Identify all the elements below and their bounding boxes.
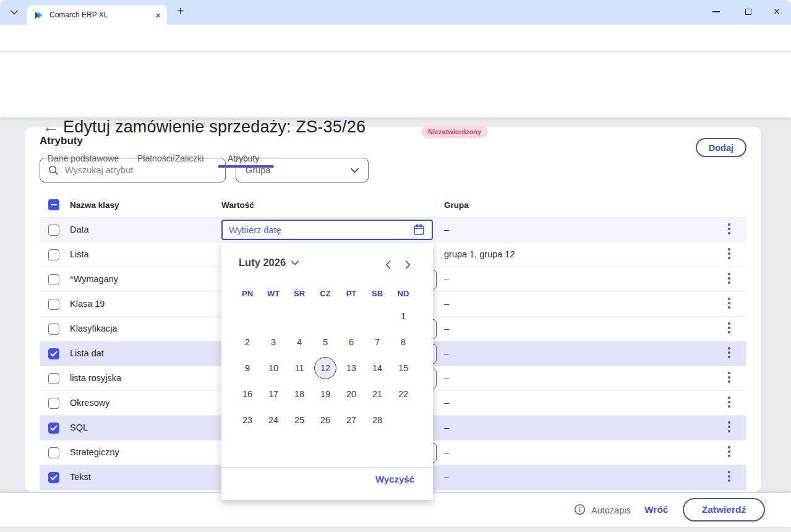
row-menu-icon[interactable] [724, 397, 734, 408]
calendar-week: 16 17 18 19 20 21 22 [234, 383, 416, 405]
calendar-day[interactable]: 23 [234, 409, 260, 431]
row-menu-icon[interactable] [724, 446, 734, 457]
calendar-day[interactable]: 8 [390, 331, 416, 353]
row-checkbox[interactable] [48, 324, 59, 335]
select-all-checkbox[interactable] [48, 199, 59, 210]
calendar-day[interactable]: 16 [234, 383, 260, 405]
row-menu-icon[interactable] [724, 471, 734, 482]
weekday-header: PN WT ŚR CZ PT SB ND [234, 289, 416, 298]
column-header-value: Wartość [221, 200, 254, 210]
row-menu-icon[interactable] [724, 347, 734, 358]
calendar-day[interactable]: 17 [260, 383, 286, 405]
calendar-day[interactable]: 1 [390, 305, 416, 327]
calendar-week: 2 3 4 5 6 7 8 [234, 331, 416, 353]
calendar-day[interactable]: 20 [338, 383, 364, 405]
calendar-day[interactable]: 10 [260, 357, 286, 379]
row-checkbox[interactable] [48, 348, 59, 359]
browser-toolbar: ← → localhost:8000/orders/orders-form/ed… [0, 25, 791, 52]
month-year-selector[interactable]: Luty 2026 [239, 257, 299, 268]
status-badge: Niezatwierdzony [421, 126, 488, 138]
calendar-day[interactable]: 19 [312, 383, 338, 405]
row-checkbox[interactable] [48, 225, 59, 236]
tab-atrybuty[interactable]: Atrybuty [228, 153, 259, 163]
popup-divider [221, 467, 433, 468]
column-header-name: Nazwa klasy [70, 200, 119, 210]
calendar-day[interactable]: 25 [286, 409, 312, 431]
calendar-day[interactable]: 11 [286, 357, 312, 379]
calendar-day[interactable]: 3 [260, 331, 286, 353]
page-back-icon[interactable]: ← [42, 118, 59, 137]
browser-tabstrip: Comarch ERP XL × + × [0, 0, 791, 25]
calendar-day[interactable]: 22 [390, 383, 416, 405]
table-row[interactable]: Data – [40, 218, 746, 242]
calendar-day-today[interactable]: 12 [314, 357, 336, 379]
calendar-day[interactable]: 6 [338, 331, 364, 353]
calendar-day[interactable]: 5 [312, 331, 338, 353]
maximize-button[interactable] [737, 0, 759, 24]
row-menu-icon[interactable] [724, 223, 734, 234]
row-menu-icon[interactable] [724, 322, 734, 333]
info-icon[interactable] [574, 504, 586, 515]
calendar-day[interactable]: 18 [286, 383, 312, 405]
page-title: Edytuj zamówienie sprzedaży: ZS-35/26 [63, 118, 366, 137]
row-checkbox[interactable] [48, 447, 59, 458]
clear-date-button[interactable]: Wyczyść [375, 474, 414, 484]
column-header-group: Grupa [444, 200, 469, 210]
chevron-down-icon [291, 260, 299, 265]
previous-month-icon[interactable] [380, 257, 395, 272]
row-menu-icon[interactable] [724, 298, 734, 309]
row-checkbox[interactable] [48, 472, 59, 483]
calendar-week: 1 [234, 305, 416, 327]
submit-button[interactable]: Zatwierdź [683, 498, 765, 521]
active-tab-underline [218, 165, 274, 168]
tab-title: Comarch ERP XL [49, 11, 155, 19]
calendar-day[interactable]: 21 [364, 383, 390, 405]
calendar-icon[interactable] [413, 223, 425, 236]
row-checkbox[interactable] [48, 249, 59, 260]
page-header: ← Edytuj zamówienie sprzedaży: ZS-35/26 … [0, 52, 791, 118]
add-button[interactable]: Dodaj [696, 138, 746, 157]
calendar-day[interactable]: 14 [364, 357, 390, 379]
row-checkbox[interactable] [48, 299, 59, 310]
next-month-icon[interactable] [400, 257, 415, 272]
close-window-button[interactable]: × [766, 0, 788, 24]
minimize-button[interactable] [705, 0, 727, 24]
tab-platnosci-zaliczki[interactable]: Płatności/Zaliczki [137, 153, 203, 163]
tab-dane-podstawowe[interactable]: Dane podstawowe [48, 153, 119, 163]
row-checkbox[interactable] [48, 373, 59, 384]
row-checkbox[interactable] [48, 423, 59, 434]
date-picker-popup: Luty 2026 PN WT ŚR CZ PT SB ND 1 2 3 4 [221, 242, 433, 500]
calendar-day[interactable]: 28 [364, 409, 390, 431]
search-icon [48, 165, 59, 176]
row-menu-icon[interactable] [724, 421, 734, 432]
date-value-input[interactable] [221, 220, 433, 240]
new-tab-button[interactable]: + [177, 4, 184, 19]
row-checkbox[interactable] [48, 274, 59, 285]
autosave-label: Autozapis [591, 505, 631, 515]
calendar-week: 23 24 25 26 27 28 [234, 409, 416, 431]
calendar-day[interactable]: 2 [234, 331, 260, 353]
tab-search-chevron-icon[interactable] [7, 6, 21, 19]
chevron-down-icon [351, 168, 359, 173]
calendar-day[interactable]: 13 [338, 357, 364, 379]
card-heading: Atrybuty [40, 135, 83, 147]
row-menu-icon[interactable] [724, 248, 734, 259]
calendar-day[interactable]: 7 [364, 331, 390, 353]
calendar-day[interactable]: 9 [234, 357, 260, 379]
calendar-week: 9 10 11 12 13 14 15 [234, 357, 416, 379]
calendar-day[interactable]: 15 [390, 357, 416, 379]
browser-tab[interactable]: Comarch ERP XL × [27, 5, 167, 25]
calendar-day[interactable]: 26 [312, 409, 338, 431]
row-menu-icon[interactable] [724, 273, 734, 284]
calendar-day[interactable]: 24 [260, 409, 286, 431]
browser-window: Comarch ERP XL × + × ← → localhost:8000/… [0, 0, 791, 532]
calendar-day[interactable]: 27 [338, 409, 364, 431]
search-input[interactable] [65, 165, 218, 175]
row-checkbox[interactable] [48, 398, 59, 409]
row-menu-icon[interactable] [724, 372, 734, 383]
back-button[interactable]: Wróć [644, 504, 668, 515]
tab-close-icon[interactable]: × [155, 11, 161, 20]
calendar-day[interactable]: 4 [286, 331, 312, 353]
comarch-favicon-icon [35, 11, 44, 20]
